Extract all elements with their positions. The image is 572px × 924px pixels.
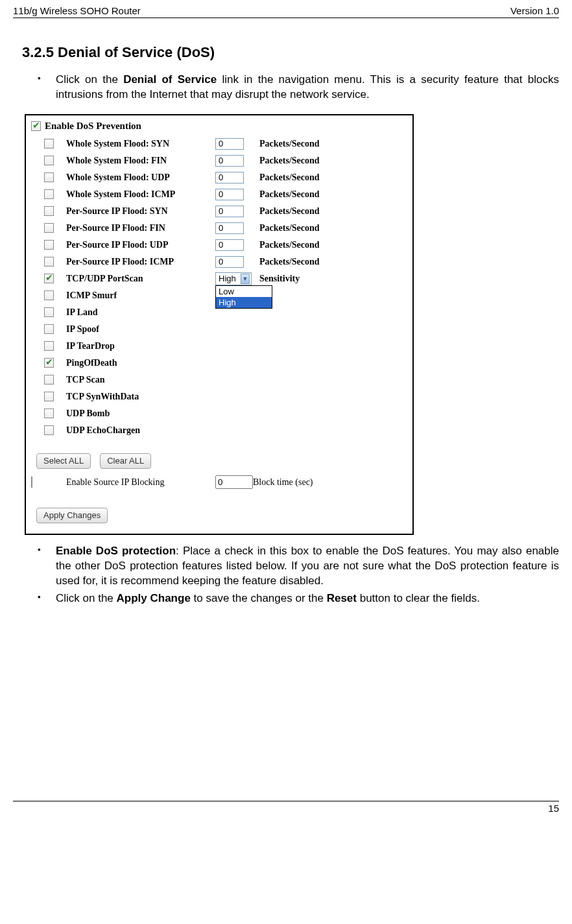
intro-bullet: Click on the Denial of Service link in t…	[32, 73, 559, 102]
flood-label: Whole System Flood: UDP	[66, 172, 215, 183]
flood-checkbox[interactable]	[44, 172, 54, 182]
flood-row: Per-Source IP Flood: UDPPackets/Second	[31, 237, 407, 254]
toggle-label: TCP SynWithData	[66, 392, 215, 402]
toggle-label: ICMP Smurf	[66, 290, 215, 301]
flood-input[interactable]	[215, 206, 244, 217]
apply-mid: to save the changes or the	[191, 592, 327, 604]
flood-input[interactable]	[215, 222, 244, 234]
toggle-checkbox[interactable]	[44, 307, 54, 317]
dos-settings-panel: Enable DoS Prevention Whole System Flood…	[25, 114, 414, 535]
toggle-label: IP Spoof	[66, 324, 215, 335]
portscan-checkbox[interactable]	[44, 274, 54, 283]
toggle-label: PingOfDeath	[66, 358, 215, 368]
chevron-down-icon: ▼	[241, 274, 250, 284]
apply-b2: Reset	[327, 592, 357, 604]
flood-checkbox[interactable]	[44, 223, 54, 233]
toggle-label: IP TearDrop	[66, 341, 215, 351]
toggle-row: UDP EchoChargen	[31, 422, 407, 439]
toggle-checkbox[interactable]	[44, 358, 54, 368]
enable-dos-bullet-bold: Enable DoS protection	[56, 545, 176, 557]
intro-pre: Click on the	[56, 73, 123, 86]
enable-dos-label: Enable DoS Prevention	[45, 121, 141, 132]
toggle-checkbox[interactable]	[44, 392, 54, 401]
flood-unit: Packets/Second	[253, 240, 407, 250]
flood-row: Whole System Flood: UDPPackets/Second	[31, 169, 407, 186]
enable-dos-checkbox[interactable]	[31, 121, 41, 131]
flood-checkbox[interactable]	[44, 156, 54, 165]
sensitivity-select[interactable]: High ▼	[215, 272, 252, 285]
enable-dos-bullet: Enable DoS protection: Place a check in …	[32, 544, 559, 589]
flood-input[interactable]	[215, 239, 244, 251]
flood-checkbox[interactable]	[44, 139, 54, 148]
portscan-label: TCP/UDP PortScan	[66, 274, 215, 284]
doc-header-left: 11b/g Wireless SOHO Router	[13, 5, 141, 16]
apply-post: button to clear the fields.	[357, 592, 480, 604]
flood-row: Whole System Flood: SYNPackets/Second	[31, 136, 407, 152]
apply-reset-bullet: Click on the Apply Change to save the ch…	[32, 591, 559, 606]
flood-checkbox[interactable]	[44, 206, 54, 216]
apply-changes-button[interactable]: Apply Changes	[36, 508, 108, 523]
sensitivity-dropdown: Low High	[215, 285, 272, 309]
source-ip-row: Enable Source IP Blocking Block time (se…	[31, 474, 407, 491]
section-title: 3.2.5 Denial of Service (DoS)	[22, 44, 559, 61]
flood-label: Whole System Flood: SYN	[66, 139, 215, 149]
flood-row: Whole System Flood: ICMPPackets/Second	[31, 186, 407, 203]
toggle-checkbox[interactable]	[44, 409, 54, 418]
flood-unit: Packets/Second	[253, 257, 407, 267]
toggle-row: TCP SynWithData	[31, 388, 407, 405]
flood-row: Per-Source IP Flood: ICMPPackets/Second	[31, 254, 407, 270]
flood-unit: Packets/Second	[253, 206, 407, 217]
flood-label: Per-Source IP Flood: SYN	[66, 206, 215, 217]
flood-checkbox[interactable]	[44, 240, 54, 250]
flood-label: Per-Source IP Flood: ICMP	[66, 257, 215, 267]
sensitivity-unit: Sensitivity	[253, 274, 407, 284]
page-number: 15	[13, 801, 559, 814]
flood-unit: Packets/Second	[253, 156, 407, 166]
source-ip-label: Enable Source IP Blocking	[66, 477, 215, 488]
toggle-checkbox[interactable]	[44, 425, 54, 435]
flood-input[interactable]	[215, 172, 244, 184]
flood-input[interactable]	[215, 189, 244, 200]
select-all-button[interactable]: Select ALL	[36, 453, 91, 469]
toggle-label: TCP Scan	[66, 375, 215, 385]
sensitivity-option-high[interactable]: High	[216, 297, 272, 308]
flood-input[interactable]	[215, 155, 244, 167]
toggle-row: UDP Bomb	[31, 405, 407, 422]
flood-unit: Packets/Second	[253, 139, 407, 149]
doc-header-right: Version 1.0	[510, 5, 559, 16]
flood-row: Per-Source IP Flood: FINPackets/Second	[31, 220, 407, 237]
toggle-label: UDP EchoChargen	[66, 425, 215, 436]
apply-b1: Apply Change	[117, 592, 191, 604]
flood-row: Whole System Flood: FINPackets/Second	[31, 152, 407, 169]
toggle-checkbox[interactable]	[44, 341, 54, 351]
flood-label: Per-Source IP Flood: UDP	[66, 240, 215, 250]
flood-row: Per-Source IP Flood: SYNPackets/Second	[31, 203, 407, 220]
flood-unit: Packets/Second	[253, 172, 407, 183]
toggle-row: IP TearDrop	[31, 338, 407, 355]
toggle-row: PingOfDeath	[31, 355, 407, 372]
toggle-row: IP Spoof	[31, 321, 407, 338]
toggle-label: UDP Bomb	[66, 409, 215, 419]
flood-unit: Packets/Second	[253, 189, 407, 200]
toggle-checkbox[interactable]	[44, 324, 54, 334]
sensitivity-option-low[interactable]: Low	[216, 286, 272, 297]
flood-checkbox[interactable]	[44, 257, 54, 267]
toggle-row: TCP Scan	[31, 372, 407, 388]
block-time-unit: Block time (sec)	[253, 477, 407, 488]
source-ip-checkbox[interactable]	[31, 477, 32, 488]
flood-checkbox[interactable]	[44, 189, 54, 199]
toggle-checkbox[interactable]	[44, 375, 54, 385]
flood-input[interactable]	[215, 256, 244, 268]
intro-bold: Denial of Service	[123, 73, 217, 86]
flood-label: Whole System Flood: ICMP	[66, 189, 215, 200]
toggle-checkbox[interactable]	[44, 290, 54, 300]
toggle-label: IP Land	[66, 307, 215, 318]
portscan-row: TCP/UDP PortScan High ▼ Low High Sensiti…	[31, 270, 407, 287]
sensitivity-value: High	[219, 274, 236, 283]
block-time-input[interactable]	[215, 475, 253, 489]
flood-unit: Packets/Second	[253, 223, 407, 233]
flood-input[interactable]	[215, 138, 244, 150]
flood-label: Whole System Flood: FIN	[66, 156, 215, 166]
clear-all-button[interactable]: Clear ALL	[100, 453, 151, 469]
flood-label: Per-Source IP Flood: FIN	[66, 223, 215, 233]
